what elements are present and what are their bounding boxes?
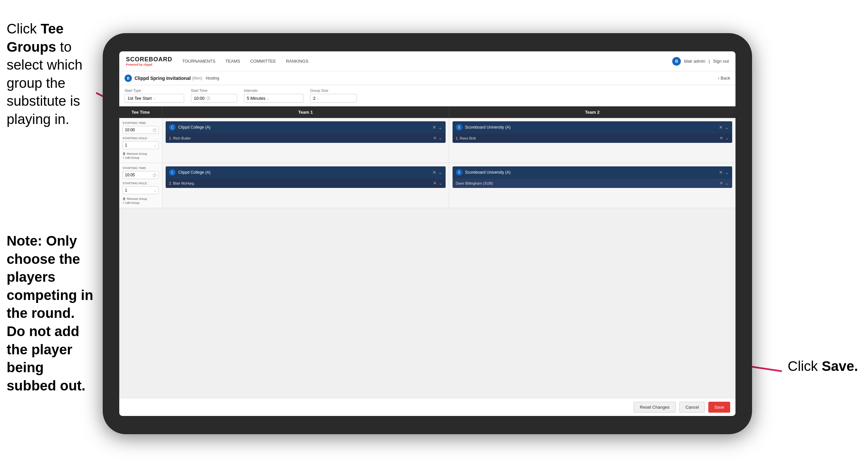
intervals-label: Intervals (244, 88, 304, 92)
player-expand-icon[interactable]: ⌄ (725, 181, 729, 185)
player-expand-icon[interactable]: ⌄ (439, 136, 442, 141)
player-controls: ✕ ⌄ (720, 136, 729, 141)
team1-remove-icon-1[interactable]: ✕ (432, 125, 436, 130)
tournament-badge: B (125, 75, 132, 82)
navbar: SCOREBOARD Powered by clippd TOURNAMENTS… (119, 51, 736, 71)
player-expand-icon[interactable]: ⌄ (439, 181, 442, 185)
team1-group-header-1: C Clippd College (A) ✕ ⌄ (166, 121, 445, 133)
nav-tournaments[interactable]: TOURNAMENTS (182, 57, 215, 65)
player-remove-icon[interactable]: ✕ (720, 181, 723, 185)
add-group-btn-2[interactable]: + Add Group (123, 201, 159, 204)
tee-time-input-1[interactable]: 10:00 🕐 (123, 126, 159, 134)
nav-committee[interactable]: COMMITTEE (250, 57, 276, 65)
reset-changes-button[interactable]: Reset Changes (633, 402, 676, 413)
time-spinner-1: 🕐 (152, 128, 156, 132)
player-remove-icon[interactable]: ✕ (433, 181, 437, 185)
start-type-input[interactable]: 1st Tee Start ⌄ (125, 94, 184, 103)
player-name: 1. Rees Britt (456, 136, 720, 140)
player-controls: ✕ ⌄ (433, 136, 442, 141)
tee-time-panel-1: STARTING TIME: 10:00 🕐 STARTING HOLE: 1 … (119, 118, 162, 163)
starting-time-label-2: STARTING TIME: (123, 166, 159, 170)
team2-panel-1: S Scoreboard University (A) ✕ ⌄ 1. Rees … (449, 118, 736, 163)
time-spinner-2: 🕐 (152, 173, 156, 177)
team2-expand-icon-2[interactable]: ⌄ (725, 170, 729, 175)
team1-icon-1: C (169, 124, 176, 130)
hosting-badge: Hosting (206, 76, 219, 81)
team1-expand-icon-2[interactable]: ⌄ (438, 170, 442, 175)
team1-remove-icon-2[interactable]: ✕ (432, 170, 436, 175)
group-size-field: Group Size 2 ⌄ (310, 88, 356, 103)
team2-group-header-2: S Scoreboard University (A) ✕ ⌄ (453, 166, 733, 178)
nav-teams[interactable]: TEAMS (225, 57, 240, 65)
nav-links: TOURNAMENTS TEAMS COMMITTEE RANKINGS (182, 57, 672, 65)
tee-time-input-2[interactable]: 10:05 🕐 (123, 171, 159, 179)
player-row: 1. Rich Butler ✕ ⌄ (166, 134, 445, 143)
team2-group-name-2: Scoreboard University (A) (465, 170, 719, 175)
team1-group-name-1: Clippd College (A) (178, 125, 432, 129)
nav-rankings[interactable]: RANKINGS (286, 57, 308, 65)
sign-out-link[interactable]: Sign out (713, 59, 729, 64)
save-button[interactable]: Save (708, 402, 730, 413)
start-time-input[interactable]: 10:00 🕐 (191, 94, 237, 103)
remove-group-btn-1[interactable]: 🗑 Remove Group (123, 152, 159, 155)
team2-icon-2: S (456, 169, 463, 176)
team1-group-card-2[interactable]: C Clippd College (A) ✕ ⌄ 2. Blair McHarg (166, 166, 445, 188)
team1-panel-1: C Clippd College (A) ✕ ⌄ 1. Rich Butler (162, 118, 449, 163)
team2-group-card-1[interactable]: S Scoreboard University (A) ✕ ⌄ 1. Rees … (453, 121, 733, 143)
player-name: 2. Blair McHarg (169, 181, 433, 185)
intervals-input[interactable]: 5 Minutes ⌄ (244, 94, 304, 103)
pipe-separator: | (709, 59, 710, 64)
tee-actions-2: 🗑 Remove Group + Add Group (123, 197, 159, 204)
tee-hole-input-2[interactable]: 1 ⌄ (123, 186, 159, 194)
scoreboard-logo: SCOREBOARD (126, 56, 172, 63)
group-row: STARTING TIME: 10:00 🕐 STARTING HOLE: 1 … (119, 118, 736, 163)
tournament-gender: (Men) (192, 76, 203, 81)
team2-group-header-1: S Scoreboard University (A) ✕ ⌄ (453, 121, 733, 133)
action-bar: Reset Changes Cancel Save (119, 398, 736, 416)
tablet-frame: SCOREBOARD Powered by clippd TOURNAMENTS… (103, 33, 752, 434)
team1-expand-icon-1[interactable]: ⌄ (438, 125, 442, 130)
tee-hole-input-1[interactable]: 1 ⌄ (123, 141, 159, 149)
player-controls: ✕ ⌄ (720, 181, 729, 185)
team1-icon-2: C (169, 169, 176, 176)
powered-by: Powered by clippd (126, 63, 172, 66)
player-remove-icon[interactable]: ✕ (433, 136, 437, 141)
team2-panel-2: S Scoreboard University (A) ✕ ⌄ Dave Bil… (449, 163, 736, 208)
logo-area: SCOREBOARD Powered by clippd (126, 56, 172, 66)
team2-remove-icon-1[interactable]: ✕ (719, 125, 723, 130)
team2-group-card-2[interactable]: S Scoreboard University (A) ✕ ⌄ Dave Bil… (453, 166, 733, 188)
start-time-field: Start Time 10:00 🕐 (191, 88, 237, 103)
start-type-label: Start Type (125, 88, 184, 92)
col-team2: Team 2 (449, 107, 736, 118)
player-row: 2. Blair McHarg ✕ ⌄ (166, 179, 445, 187)
team2-group-controls-2: ✕ ⌄ (719, 170, 729, 175)
intervals-arrow: ⌄ (267, 96, 269, 100)
player-remove-icon[interactable]: ✕ (720, 136, 723, 141)
table-header: Tee Time Team 1 Team 2 (119, 107, 736, 118)
player-name: 1. Rich Butler (169, 136, 433, 140)
player-row-sub: Dave Billingham (SUB) ✕ ⌄ (453, 179, 733, 187)
player-expand-icon[interactable]: ⌄ (725, 136, 729, 141)
col-tee-time: Tee Time (119, 107, 162, 118)
add-group-btn-1[interactable]: + Add Group (123, 156, 159, 159)
hole-spinner-2: ⌄ (154, 188, 156, 192)
group-size-input[interactable]: 2 ⌄ (310, 94, 356, 103)
tee-actions-1: 🗑 Remove Group + Add Group (123, 152, 159, 159)
cancel-button[interactable]: Cancel (679, 402, 705, 413)
team2-expand-icon-1[interactable]: ⌄ (725, 125, 729, 130)
back-button[interactable]: ‹ Back (718, 76, 730, 81)
team1-group-controls-2: ✕ ⌄ (432, 170, 442, 175)
team1-panel-2: C Clippd College (A) ✕ ⌄ 2. Blair McHarg (162, 163, 449, 208)
username: blair admin (684, 59, 705, 64)
team2-icon-1: S (456, 124, 463, 130)
remove-group-btn-2[interactable]: 🗑 Remove Group (123, 197, 159, 201)
team1-group-card-1[interactable]: C Clippd College (A) ✕ ⌄ 1. Rich Butler (166, 121, 445, 143)
player-controls: ✕ ⌄ (433, 181, 442, 185)
instruction-text: Click Tee Groups to select which group t… (0, 20, 103, 128)
team2-remove-icon-2[interactable]: ✕ (719, 170, 723, 175)
team2-group-name-1: Scoreboard University (A) (465, 125, 719, 129)
tee-time-panel-2: STARTING TIME: 10:05 🕐 STARTING HOLE: 1 … (119, 163, 162, 208)
starting-hole-label-2: STARTING HOLE: (123, 182, 159, 185)
sub-player-name: Dave Billingham (SUB) (456, 181, 720, 185)
start-time-label: Start Time (191, 88, 237, 92)
